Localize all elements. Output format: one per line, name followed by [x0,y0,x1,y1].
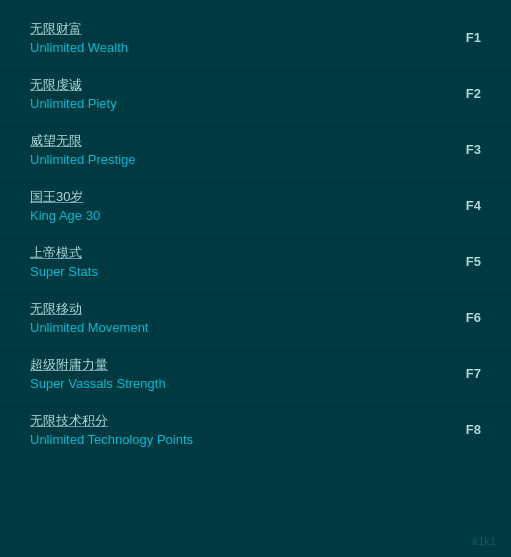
cheat-text-unlimited-movement: 无限移动Unlimited Movement [30,300,149,335]
cheat-key-unlimited-wealth: F1 [466,30,481,45]
cheat-name-cn-super-vassals-strength: 超级附庸力量 [30,356,166,374]
cheat-text-unlimited-piety: 无限虔诚Unlimited Piety [30,76,117,111]
cheat-text-unlimited-wealth: 无限财富Unlimited Wealth [30,20,128,55]
cheat-key-super-vassals-strength: F7 [466,366,481,381]
cheat-item-super-stats[interactable]: 上帝模式Super StatsF5 [0,234,511,290]
cheat-name-en-unlimited-wealth: Unlimited Wealth [30,40,128,55]
cheat-key-super-stats: F5 [466,254,481,269]
cheat-name-cn-unlimited-prestige: 威望无限 [30,132,136,150]
cheat-text-king-age-30: 国王30岁King Age 30 [30,188,100,223]
cheat-item-unlimited-piety[interactable]: 无限虔诚Unlimited PietyF2 [0,66,511,122]
watermark: k1k1 [473,535,496,547]
cheat-name-en-unlimited-prestige: Unlimited Prestige [30,152,136,167]
cheat-key-unlimited-movement: F6 [466,310,481,325]
cheat-name-cn-super-stats: 上帝模式 [30,244,98,262]
cheat-item-unlimited-prestige[interactable]: 威望无限Unlimited PrestigeF3 [0,122,511,178]
cheat-list: 无限财富Unlimited WealthF1无限虔诚Unlimited Piet… [0,0,511,557]
cheat-name-cn-king-age-30: 国王30岁 [30,188,100,206]
cheat-name-cn-unlimited-movement: 无限移动 [30,300,149,318]
cheat-name-en-king-age-30: King Age 30 [30,208,100,223]
cheat-key-unlimited-technology-points: F8 [466,422,481,437]
cheat-text-super-vassals-strength: 超级附庸力量Super Vassals Strength [30,356,166,391]
cheat-text-super-stats: 上帝模式Super Stats [30,244,98,279]
cheat-name-en-unlimited-movement: Unlimited Movement [30,320,149,335]
cheat-key-unlimited-piety: F2 [466,86,481,101]
cheat-name-en-super-stats: Super Stats [30,264,98,279]
cheat-item-unlimited-technology-points[interactable]: 无限技术积分Unlimited Technology PointsF8 [0,402,511,457]
cheat-name-cn-unlimited-piety: 无限虔诚 [30,76,117,94]
cheat-item-unlimited-wealth[interactable]: 无限财富Unlimited WealthF1 [0,10,511,66]
cheat-text-unlimited-prestige: 威望无限Unlimited Prestige [30,132,136,167]
cheat-name-en-unlimited-technology-points: Unlimited Technology Points [30,432,193,447]
cheat-item-king-age-30[interactable]: 国王30岁King Age 30F4 [0,178,511,234]
cheat-text-unlimited-technology-points: 无限技术积分Unlimited Technology Points [30,412,193,447]
cheat-name-en-unlimited-piety: Unlimited Piety [30,96,117,111]
cheat-name-cn-unlimited-wealth: 无限财富 [30,20,128,38]
cheat-item-unlimited-movement[interactable]: 无限移动Unlimited MovementF6 [0,290,511,346]
cheat-name-cn-unlimited-technology-points: 无限技术积分 [30,412,193,430]
cheat-name-en-super-vassals-strength: Super Vassals Strength [30,376,166,391]
cheat-item-super-vassals-strength[interactable]: 超级附庸力量Super Vassals StrengthF7 [0,346,511,402]
cheat-key-king-age-30: F4 [466,198,481,213]
cheat-key-unlimited-prestige: F3 [466,142,481,157]
